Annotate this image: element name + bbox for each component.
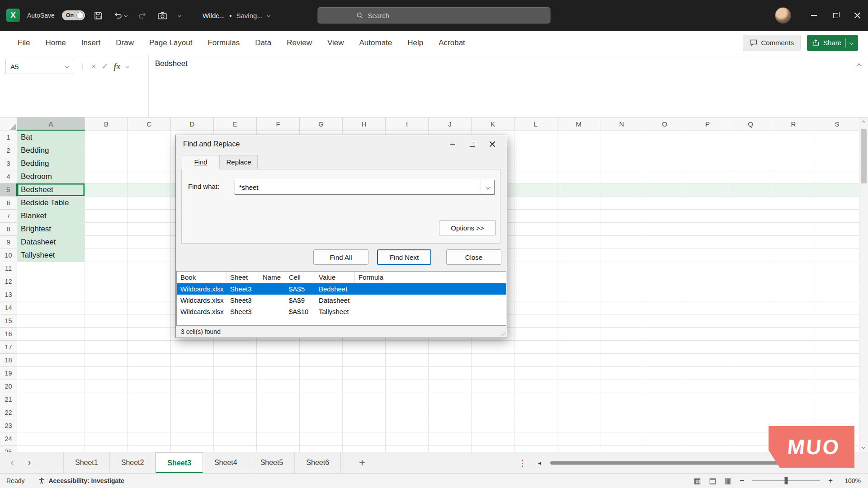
cell-A16[interactable] xyxy=(17,328,85,341)
cell-O14[interactable] xyxy=(643,301,686,314)
cell-J18[interactable] xyxy=(429,354,472,367)
ribbon-tab-draw[interactable]: Draw xyxy=(108,31,142,55)
sheet-tab-sheet3[interactable]: Sheet3 xyxy=(156,452,203,473)
cell-G21[interactable] xyxy=(300,393,343,406)
cell-S12[interactable] xyxy=(815,275,859,288)
cell-L6[interactable] xyxy=(514,197,557,210)
cell-Q24[interactable] xyxy=(729,432,772,446)
cell-L13[interactable] xyxy=(514,288,557,301)
column-header-d[interactable]: D xyxy=(171,117,214,131)
cell-N12[interactable] xyxy=(600,275,643,288)
cell-N10[interactable] xyxy=(600,249,643,262)
cell-C20[interactable] xyxy=(128,380,171,393)
row-header-12[interactable]: 12 xyxy=(0,275,17,288)
cell-G25[interactable] xyxy=(300,446,343,452)
cell-B18[interactable] xyxy=(85,354,128,367)
cell-S15[interactable] xyxy=(815,314,859,328)
cell-D20[interactable] xyxy=(171,380,214,393)
cell-E22[interactable] xyxy=(214,406,257,419)
row-header-24[interactable]: 24 xyxy=(0,432,17,446)
row-header-9[interactable]: 9 xyxy=(0,236,17,249)
cell-P17[interactable] xyxy=(686,341,729,354)
cell-L10[interactable] xyxy=(514,249,557,262)
column-header-o[interactable]: O xyxy=(643,117,686,131)
cell-N8[interactable] xyxy=(600,223,643,236)
column-header-s[interactable]: S xyxy=(815,117,859,131)
cell-A24[interactable] xyxy=(17,432,85,446)
cell-I23[interactable] xyxy=(386,419,429,432)
cell-M8[interactable] xyxy=(557,223,600,236)
collapse-formula-bar-button[interactable] xyxy=(857,62,861,69)
cell-Q2[interactable] xyxy=(729,144,772,157)
cell-N1[interactable] xyxy=(600,131,643,144)
cell-L8[interactable] xyxy=(514,223,557,236)
cell-J24[interactable] xyxy=(429,432,472,446)
cell-A8[interactable]: Brightest xyxy=(17,223,85,236)
cell-L3[interactable] xyxy=(514,157,557,170)
sheet-tab-sheet6[interactable]: Sheet6 xyxy=(295,452,341,473)
cell-H21[interactable] xyxy=(343,393,386,406)
column-header-k[interactable]: K xyxy=(472,117,514,131)
cell-S4[interactable] xyxy=(815,170,859,183)
cell-N22[interactable] xyxy=(600,406,643,419)
cell-B8[interactable] xyxy=(85,223,128,236)
tab-replace[interactable]: Replace xyxy=(220,155,258,169)
cell-D23[interactable] xyxy=(171,419,214,432)
cell-H17[interactable] xyxy=(343,341,386,354)
cell-R20[interactable] xyxy=(772,380,815,393)
cell-B19[interactable] xyxy=(85,367,128,380)
cell-N9[interactable] xyxy=(600,236,643,249)
row-header-20[interactable]: 20 xyxy=(0,380,17,393)
cell-N5[interactable] xyxy=(600,183,643,197)
find-all-button[interactable]: Find All xyxy=(313,249,368,265)
cell-A13[interactable] xyxy=(17,288,85,301)
options-button[interactable]: Options >> xyxy=(439,220,496,235)
cell-R18[interactable] xyxy=(772,354,815,367)
zoom-out-button[interactable]: − xyxy=(740,476,744,485)
cell-O20[interactable] xyxy=(643,380,686,393)
cell-A17[interactable] xyxy=(17,341,85,354)
cell-M12[interactable] xyxy=(557,275,600,288)
cell-B24[interactable] xyxy=(85,432,128,446)
cell-P19[interactable] xyxy=(686,367,729,380)
cell-A15[interactable] xyxy=(17,314,85,328)
cell-M9[interactable] xyxy=(557,236,600,249)
cell-F17[interactable] xyxy=(257,341,300,354)
cell-D22[interactable] xyxy=(171,406,214,419)
cell-P1[interactable] xyxy=(686,131,729,144)
row-header-8[interactable]: 8 xyxy=(0,223,17,236)
chevron-down-icon[interactable] xyxy=(65,65,69,68)
search-box[interactable]: Search xyxy=(318,7,551,23)
cell-R13[interactable] xyxy=(772,288,815,301)
cell-I17[interactable] xyxy=(386,341,429,354)
cell-Q16[interactable] xyxy=(729,328,772,341)
cell-H20[interactable] xyxy=(343,380,386,393)
cell-N25[interactable] xyxy=(600,446,643,452)
cell-P2[interactable] xyxy=(686,144,729,157)
cell-N18[interactable] xyxy=(600,354,643,367)
resize-grip-icon[interactable] xyxy=(499,330,505,336)
ribbon-tab-automate[interactable]: Automate xyxy=(352,31,400,55)
cell-M7[interactable] xyxy=(557,210,600,223)
cell-M2[interactable] xyxy=(557,144,600,157)
cell-S11[interactable] xyxy=(815,262,859,275)
cell-Q15[interactable] xyxy=(729,314,772,328)
cell-C25[interactable] xyxy=(128,446,171,452)
cell-M3[interactable] xyxy=(557,157,600,170)
cell-C5[interactable] xyxy=(128,183,171,197)
row-header-7[interactable]: 7 xyxy=(0,210,17,223)
minimize-button[interactable] xyxy=(803,0,825,31)
cell-R16[interactable] xyxy=(772,328,815,341)
cell-E25[interactable] xyxy=(214,446,257,452)
column-header-f[interactable]: F xyxy=(257,117,300,131)
row-header-15[interactable]: 15 xyxy=(0,314,17,328)
cell-F22[interactable] xyxy=(257,406,300,419)
cell-S7[interactable] xyxy=(815,210,859,223)
cell-Q6[interactable] xyxy=(729,197,772,210)
cell-L17[interactable] xyxy=(514,341,557,354)
cell-G23[interactable] xyxy=(300,419,343,432)
cell-P14[interactable] xyxy=(686,301,729,314)
row-header-23[interactable]: 23 xyxy=(0,419,17,432)
cell-A2[interactable]: Bedding xyxy=(17,144,85,157)
cell-O10[interactable] xyxy=(643,249,686,262)
